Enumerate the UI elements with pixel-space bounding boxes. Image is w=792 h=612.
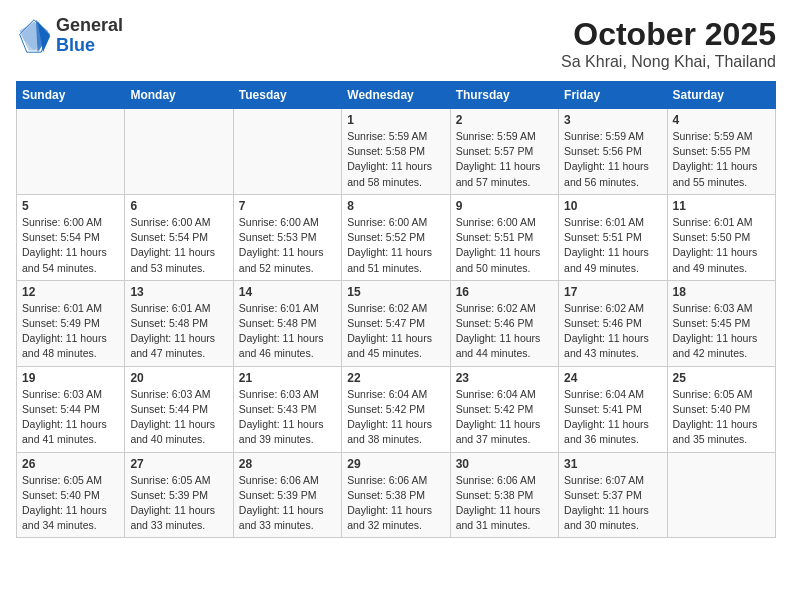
- day-number: 14: [239, 285, 336, 299]
- day-number: 30: [456, 457, 553, 471]
- calendar-cell: 21Sunrise: 6:03 AMSunset: 5:43 PMDayligh…: [233, 366, 341, 452]
- day-number: 26: [22, 457, 119, 471]
- day-number: 25: [673, 371, 770, 385]
- header-thursday: Thursday: [450, 82, 558, 109]
- logo-general: General: [56, 16, 123, 36]
- day-info: Sunrise: 6:00 AMSunset: 5:54 PMDaylight:…: [22, 215, 119, 276]
- day-number: 2: [456, 113, 553, 127]
- calendar-cell: 13Sunrise: 6:01 AMSunset: 5:48 PMDayligh…: [125, 280, 233, 366]
- title-block: October 2025 Sa Khrai, Nong Khai, Thaila…: [561, 16, 776, 71]
- calendar-cell: 19Sunrise: 6:03 AMSunset: 5:44 PMDayligh…: [17, 366, 125, 452]
- day-number: 3: [564, 113, 661, 127]
- day-number: 22: [347, 371, 444, 385]
- day-info: Sunrise: 6:01 AMSunset: 5:50 PMDaylight:…: [673, 215, 770, 276]
- day-number: 10: [564, 199, 661, 213]
- logo: General Blue: [16, 16, 123, 56]
- day-info: Sunrise: 5:59 AMSunset: 5:57 PMDaylight:…: [456, 129, 553, 190]
- day-info: Sunrise: 5:59 AMSunset: 5:55 PMDaylight:…: [673, 129, 770, 190]
- calendar-cell: 20Sunrise: 6:03 AMSunset: 5:44 PMDayligh…: [125, 366, 233, 452]
- week-row-5: 26Sunrise: 6:05 AMSunset: 5:40 PMDayligh…: [17, 452, 776, 538]
- day-info: Sunrise: 6:05 AMSunset: 5:40 PMDaylight:…: [673, 387, 770, 448]
- day-number: 27: [130, 457, 227, 471]
- day-info: Sunrise: 5:59 AMSunset: 5:58 PMDaylight:…: [347, 129, 444, 190]
- logo-text: General Blue: [56, 16, 123, 56]
- day-info: Sunrise: 6:03 AMSunset: 5:44 PMDaylight:…: [22, 387, 119, 448]
- day-number: 16: [456, 285, 553, 299]
- calendar-cell: 2Sunrise: 5:59 AMSunset: 5:57 PMDaylight…: [450, 109, 558, 195]
- calendar-cell: 24Sunrise: 6:04 AMSunset: 5:41 PMDayligh…: [559, 366, 667, 452]
- day-info: Sunrise: 6:01 AMSunset: 5:48 PMDaylight:…: [239, 301, 336, 362]
- calendar-cell: [17, 109, 125, 195]
- day-number: 17: [564, 285, 661, 299]
- day-info: Sunrise: 6:00 AMSunset: 5:51 PMDaylight:…: [456, 215, 553, 276]
- logo-icon: [16, 18, 52, 54]
- calendar-subtitle: Sa Khrai, Nong Khai, Thailand: [561, 53, 776, 71]
- calendar-cell: [233, 109, 341, 195]
- calendar-cell: 4Sunrise: 5:59 AMSunset: 5:55 PMDaylight…: [667, 109, 775, 195]
- day-number: 8: [347, 199, 444, 213]
- day-number: 24: [564, 371, 661, 385]
- day-number: 21: [239, 371, 336, 385]
- day-number: 4: [673, 113, 770, 127]
- week-row-3: 12Sunrise: 6:01 AMSunset: 5:49 PMDayligh…: [17, 280, 776, 366]
- day-info: Sunrise: 6:04 AMSunset: 5:42 PMDaylight:…: [347, 387, 444, 448]
- day-number: 31: [564, 457, 661, 471]
- day-info: Sunrise: 6:03 AMSunset: 5:45 PMDaylight:…: [673, 301, 770, 362]
- week-row-2: 5Sunrise: 6:00 AMSunset: 5:54 PMDaylight…: [17, 194, 776, 280]
- calendar-cell: 26Sunrise: 6:05 AMSunset: 5:40 PMDayligh…: [17, 452, 125, 538]
- calendar-cell: 8Sunrise: 6:00 AMSunset: 5:52 PMDaylight…: [342, 194, 450, 280]
- day-number: 1: [347, 113, 444, 127]
- day-info: Sunrise: 6:00 AMSunset: 5:53 PMDaylight:…: [239, 215, 336, 276]
- calendar-cell: 18Sunrise: 6:03 AMSunset: 5:45 PMDayligh…: [667, 280, 775, 366]
- calendar-cell: [125, 109, 233, 195]
- day-info: Sunrise: 6:01 AMSunset: 5:48 PMDaylight:…: [130, 301, 227, 362]
- day-info: Sunrise: 6:04 AMSunset: 5:41 PMDaylight:…: [564, 387, 661, 448]
- header-monday: Monday: [125, 82, 233, 109]
- week-row-1: 1Sunrise: 5:59 AMSunset: 5:58 PMDaylight…: [17, 109, 776, 195]
- day-info: Sunrise: 6:03 AMSunset: 5:43 PMDaylight:…: [239, 387, 336, 448]
- header-sunday: Sunday: [17, 82, 125, 109]
- header-wednesday: Wednesday: [342, 82, 450, 109]
- logo-blue: Blue: [56, 36, 123, 56]
- day-number: 7: [239, 199, 336, 213]
- day-number: 18: [673, 285, 770, 299]
- calendar-cell: 27Sunrise: 6:05 AMSunset: 5:39 PMDayligh…: [125, 452, 233, 538]
- calendar-cell: 12Sunrise: 6:01 AMSunset: 5:49 PMDayligh…: [17, 280, 125, 366]
- day-number: 23: [456, 371, 553, 385]
- day-info: Sunrise: 6:07 AMSunset: 5:37 PMDaylight:…: [564, 473, 661, 534]
- calendar-cell: 23Sunrise: 6:04 AMSunset: 5:42 PMDayligh…: [450, 366, 558, 452]
- day-number: 13: [130, 285, 227, 299]
- calendar-cell: 6Sunrise: 6:00 AMSunset: 5:54 PMDaylight…: [125, 194, 233, 280]
- day-info: Sunrise: 6:01 AMSunset: 5:51 PMDaylight:…: [564, 215, 661, 276]
- page-header: General Blue October 2025 Sa Khrai, Nong…: [16, 16, 776, 71]
- day-info: Sunrise: 6:00 AMSunset: 5:52 PMDaylight:…: [347, 215, 444, 276]
- day-number: 9: [456, 199, 553, 213]
- day-number: 6: [130, 199, 227, 213]
- calendar-cell: 1Sunrise: 5:59 AMSunset: 5:58 PMDaylight…: [342, 109, 450, 195]
- calendar-cell: 11Sunrise: 6:01 AMSunset: 5:50 PMDayligh…: [667, 194, 775, 280]
- calendar-cell: 5Sunrise: 6:00 AMSunset: 5:54 PMDaylight…: [17, 194, 125, 280]
- day-info: Sunrise: 6:05 AMSunset: 5:40 PMDaylight:…: [22, 473, 119, 534]
- day-info: Sunrise: 6:02 AMSunset: 5:46 PMDaylight:…: [456, 301, 553, 362]
- header-saturday: Saturday: [667, 82, 775, 109]
- calendar-cell: 17Sunrise: 6:02 AMSunset: 5:46 PMDayligh…: [559, 280, 667, 366]
- day-info: Sunrise: 6:06 AMSunset: 5:38 PMDaylight:…: [456, 473, 553, 534]
- day-number: 20: [130, 371, 227, 385]
- calendar-cell: 15Sunrise: 6:02 AMSunset: 5:47 PMDayligh…: [342, 280, 450, 366]
- day-info: Sunrise: 6:02 AMSunset: 5:47 PMDaylight:…: [347, 301, 444, 362]
- calendar-cell: 22Sunrise: 6:04 AMSunset: 5:42 PMDayligh…: [342, 366, 450, 452]
- day-info: Sunrise: 6:06 AMSunset: 5:39 PMDaylight:…: [239, 473, 336, 534]
- calendar-cell: 25Sunrise: 6:05 AMSunset: 5:40 PMDayligh…: [667, 366, 775, 452]
- calendar-cell: 10Sunrise: 6:01 AMSunset: 5:51 PMDayligh…: [559, 194, 667, 280]
- day-info: Sunrise: 6:03 AMSunset: 5:44 PMDaylight:…: [130, 387, 227, 448]
- day-number: 15: [347, 285, 444, 299]
- header-row: SundayMondayTuesdayWednesdayThursdayFrid…: [17, 82, 776, 109]
- header-tuesday: Tuesday: [233, 82, 341, 109]
- calendar-cell: 30Sunrise: 6:06 AMSunset: 5:38 PMDayligh…: [450, 452, 558, 538]
- day-info: Sunrise: 6:06 AMSunset: 5:38 PMDaylight:…: [347, 473, 444, 534]
- calendar-cell: 28Sunrise: 6:06 AMSunset: 5:39 PMDayligh…: [233, 452, 341, 538]
- calendar-cell: 16Sunrise: 6:02 AMSunset: 5:46 PMDayligh…: [450, 280, 558, 366]
- header-friday: Friday: [559, 82, 667, 109]
- week-row-4: 19Sunrise: 6:03 AMSunset: 5:44 PMDayligh…: [17, 366, 776, 452]
- calendar-cell: 3Sunrise: 5:59 AMSunset: 5:56 PMDaylight…: [559, 109, 667, 195]
